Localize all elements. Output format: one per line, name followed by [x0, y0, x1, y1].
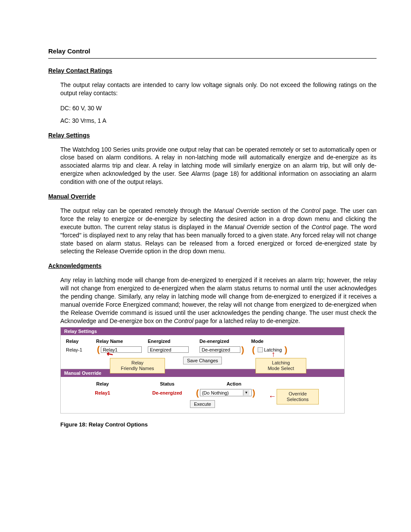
figure-caption: Figure 18: Relay Control Options	[60, 421, 377, 428]
ratings-ac: AC: 30 Vrms, 1 A	[60, 117, 377, 125]
deenergized-bracket: De-energized	[199, 346, 245, 353]
panel-header-relay-settings: Relay Settings	[61, 327, 344, 335]
relay-id: Relay-1	[66, 347, 96, 352]
manual-p1-it1: Manual Override	[214, 207, 259, 214]
bracket-right-mode-icon	[283, 347, 288, 353]
manual-p1-it3: Manual Override	[224, 224, 270, 230]
document-page: Relay Control Relay Contact Ratings The …	[0, 0, 411, 532]
mo-status: De-energized	[152, 390, 182, 395]
manual-p1-d: section of the	[270, 224, 311, 230]
manual-p1-it4: Control	[311, 224, 331, 230]
col-head-name: Relay Name	[96, 339, 148, 344]
ack-p1: Any relay in latching mode will change f…	[60, 276, 377, 325]
callout-override-text: Override Selections	[287, 391, 309, 402]
relay-name-bracket: Relay1	[96, 346, 146, 353]
mo-col-head-status: Status	[139, 381, 195, 386]
ratings-p1: The output relay contacts are intended t…	[60, 81, 377, 97]
ratings-dc: DC: 60 V, 30 W	[60, 104, 377, 112]
callout-override: Override Selections	[277, 389, 319, 404]
callout-latching: Latching Mode Select	[255, 358, 306, 373]
heading-ack: Acknowledgments	[48, 262, 377, 269]
latching-checkbox[interactable]	[258, 347, 263, 352]
title-rule	[48, 58, 377, 59]
bracket-left-mode-icon	[251, 347, 256, 353]
settings-p1: The Watchdog 100 Series units provide on…	[60, 146, 377, 186]
save-changes-button[interactable]: Save Changes	[183, 357, 222, 364]
mo-col-head-relay: Relay	[66, 381, 139, 386]
heading-manual: Manual Override	[48, 193, 377, 200]
bracket-left-icon	[96, 346, 101, 352]
col-head-mode: Mode	[251, 339, 290, 344]
latching-checkbox-wrap[interactable]: Latching	[256, 347, 284, 353]
col-head-deenergized: De-energized	[199, 339, 251, 344]
heading-ratings: Relay Contact Ratings	[48, 67, 377, 74]
figure-relay-control: Relay Settings Relay Relay Name Energize…	[60, 327, 345, 414]
bracket-left-action-icon	[195, 390, 200, 396]
mode-bracket: Latching	[251, 347, 288, 353]
manual-p1-a: The output relay can be operated remotel…	[60, 207, 214, 214]
manual-p1-it2: Control	[301, 207, 320, 214]
energized-label-input[interactable]: Energized	[148, 346, 189, 353]
chevron-down-icon: ▼	[243, 390, 249, 395]
bracket-right-icon	[240, 347, 245, 353]
action-select[interactable]: (Do Nothing) ▼	[200, 389, 252, 396]
heading-settings: Relay Settings	[48, 132, 377, 139]
callout-latching-text: Latching Mode Select	[268, 360, 294, 371]
callout-friendly-names: Relay Friendly Names	[110, 358, 165, 373]
ack-p1-b: page for a latched relay to de-energize.	[193, 317, 300, 324]
settings-p1-alarms: Alarms	[191, 170, 210, 177]
col-head-relay: Relay	[66, 339, 96, 344]
arrow-override-icon: ←	[268, 392, 276, 400]
execute-button[interactable]: Execute	[190, 400, 215, 408]
callout-friendly-text: Relay Friendly Names	[121, 360, 154, 371]
manual-p1-b: section of the	[259, 207, 301, 214]
manual-override-header-row: Relay Status Action	[66, 381, 339, 386]
page-title: Relay Control	[48, 47, 377, 57]
mo-relay-name: Relay1	[95, 390, 110, 395]
col-head-energized: Energized	[148, 339, 199, 344]
manual-p1: The output relay can be operated remotel…	[60, 207, 377, 255]
mo-col-head-action: Action	[195, 381, 273, 386]
deenergized-label-input[interactable]: De-energized	[199, 346, 240, 353]
ack-p1-it: Control	[174, 317, 193, 324]
bracket-right-action-icon	[252, 390, 256, 396]
action-bracket: (Do Nothing) ▼	[195, 389, 256, 396]
relay-settings-header-row: Relay Relay Name Energized De-energized …	[66, 339, 339, 344]
action-select-value: (Do Nothing)	[202, 390, 229, 395]
arrow-latching-icon: ↑	[271, 350, 275, 358]
